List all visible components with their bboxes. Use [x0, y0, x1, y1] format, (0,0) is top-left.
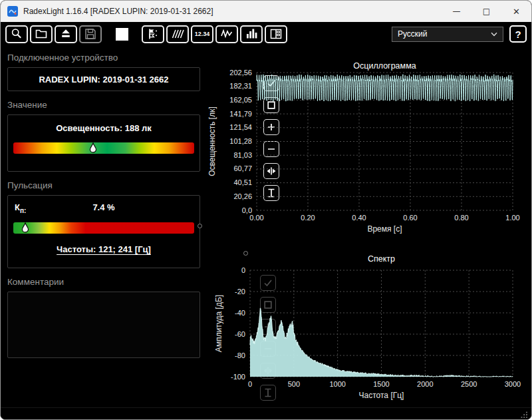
value-section-header: Значение — [7, 100, 200, 110]
svg-text:1000: 1000 — [329, 380, 345, 388]
save-file-button[interactable] — [79, 25, 102, 43]
eject-device-button[interactable] — [55, 25, 77, 43]
magnifier-icon — [10, 27, 23, 41]
svg-text:81,03: 81,03 — [233, 151, 252, 159]
spectrum-view-button[interactable] — [240, 25, 263, 43]
device-name: RADEX LUPIN: 2019-01-31 2662 — [39, 75, 168, 85]
device-name-box: RADEX LUPIN: 2019-01-31 2662 — [7, 67, 200, 91]
svg-text:0.40: 0.40 — [352, 214, 366, 222]
svg-text:121,54: 121,54 — [229, 123, 252, 131]
svg-text:Освещенность [лк]: Освещенность [лк] — [207, 106, 217, 176]
kp-label: Кп: — [15, 202, 26, 214]
svg-text:0.80: 0.80 — [454, 214, 468, 222]
svg-text:162,05: 162,05 — [229, 96, 252, 104]
maximize-button[interactable]: □ — [471, 1, 501, 22]
bar-chart-icon — [245, 27, 258, 41]
svg-text:3000: 3000 — [505, 380, 521, 388]
lux-scale-bar — [13, 142, 194, 154]
help-button[interactable]: ? — [509, 25, 527, 43]
scale-button[interactable] — [166, 25, 189, 43]
minimize-button[interactable]: — — [442, 1, 471, 22]
svg-text:0.20: 0.20 — [301, 214, 315, 222]
layout-view-button[interactable] — [265, 25, 287, 43]
language-select[interactable]: Русский — [392, 27, 503, 42]
comments-section-header: Комментарии — [7, 277, 200, 287]
numeric-view-button[interactable]: 12.34 — [191, 25, 213, 43]
svg-text:-40: -40 — [235, 309, 245, 317]
svg-text:Частота [Гц]: Частота [Гц] — [359, 391, 404, 400]
app-icon — [7, 6, 18, 17]
svg-text:Спектр: Спектр — [368, 254, 395, 264]
pulsation-section-header: Пульсация — [7, 180, 200, 190]
svg-text:0: 0 — [248, 380, 252, 388]
numeric-view-label: 12.34 — [195, 31, 210, 37]
svg-text:Время [с]: Время [с] — [367, 224, 402, 234]
oscillogram-chart[interactable]: 0.000.200.400.600.801.00202,56182,31162,… — [207, 46, 532, 239]
open-file-button[interactable] — [30, 25, 53, 43]
flags-icon — [146, 27, 160, 41]
svg-text:-60: -60 — [235, 330, 245, 338]
chart-splitter-handle[interactable] — [243, 251, 248, 256]
kp-marker-icon — [21, 222, 29, 233]
svg-text:182,31: 182,31 — [229, 82, 252, 90]
frequencies: Частоты: 121; 241 [Гц] — [8, 244, 200, 254]
titlebar: RadexLight 1.16.4 [RADEX LUPIN: 2019-01-… — [1, 1, 531, 22]
illuminance-reading: Освещенность: 188 лк — [8, 123, 200, 133]
app-window: RadexLight 1.16.4 [RADEX LUPIN: 2019-01-… — [0, 0, 532, 420]
oscillogram-view-button[interactable] — [215, 25, 238, 43]
svg-text:40,51: 40,51 — [233, 178, 252, 186]
window-title: RadexLight 1.16.4 [RADEX LUPIN: 2019-01-… — [23, 7, 213, 16]
svg-text:0.00: 0.00 — [249, 214, 263, 222]
svg-text:101,28: 101,28 — [229, 137, 252, 145]
left-panel: Подключенное устройство RADEX LUPIN: 201… — [1, 46, 207, 407]
svg-text:2500: 2500 — [461, 380, 477, 388]
eject-icon — [59, 27, 72, 41]
stop-measurement-button[interactable] — [110, 25, 133, 43]
folder-open-icon — [35, 27, 48, 41]
svg-text:0,0: 0,0 — [242, 206, 252, 214]
search-device-button[interactable] — [5, 25, 28, 43]
svg-text:Амплитуда [дБ]: Амплитуда [дБ] — [214, 295, 223, 352]
kp-value: 7.4 % — [8, 202, 200, 212]
svg-text:0.60: 0.60 — [403, 214, 417, 222]
stop-icon — [116, 28, 128, 41]
close-button[interactable]: ✕ — [501, 1, 531, 22]
svg-text:60,77: 60,77 — [233, 164, 252, 172]
floppy-icon — [84, 27, 97, 41]
charts-area: 0.000.200.400.600.801.00202,56182,31162,… — [207, 46, 532, 407]
svg-text:-80: -80 — [235, 351, 245, 359]
window-controls: — □ ✕ — [442, 1, 531, 22]
svg-text:Осциллограмма: Осциллограмма — [353, 61, 416, 71]
resize-grip-icon[interactable] — [521, 411, 528, 419]
toolbar: 12.34 Русский — [1, 22, 531, 46]
chevron-down-icon — [491, 32, 497, 37]
markers-button[interactable] — [142, 25, 164, 43]
spectrum-chart[interactable]: 0500100015002000250030000-20-40-60-80-10… — [207, 239, 532, 407]
panel-splitter-handle[interactable] — [198, 224, 202, 228]
client-area: Подключенное устройство RADEX LUPIN: 201… — [1, 46, 531, 407]
svg-text:500: 500 — [288, 380, 300, 388]
svg-text:-20: -20 — [235, 288, 245, 296]
svg-text:0: 0 — [241, 266, 245, 274]
kp-row: Кп: 7.4 % — [8, 202, 200, 213]
svg-text:141,79: 141,79 — [229, 110, 252, 118]
waveform-icon — [220, 27, 233, 41]
comments-input[interactable] — [7, 292, 200, 358]
diagonal-hatch-icon — [171, 27, 184, 41]
panels-icon — [269, 27, 283, 41]
svg-text:202,56: 202,56 — [229, 69, 252, 77]
kp-scale-bar — [13, 222, 194, 234]
svg-text:20,26: 20,26 — [233, 192, 252, 200]
svg-text:1500: 1500 — [373, 380, 389, 388]
svg-text:1.00: 1.00 — [505, 214, 519, 222]
pulsation-box: Кп: 7.4 % Частоты: 121; 241 [Гц] — [7, 195, 200, 268]
status-bar — [1, 407, 531, 420]
device-section-header: Подключенное устройство — [7, 53, 200, 63]
value-box: Освещенность: 188 лк — [7, 114, 200, 172]
lux-marker-icon — [89, 142, 97, 153]
svg-text:2000: 2000 — [417, 380, 433, 388]
language-value: Русский — [398, 29, 428, 39]
svg-text:-100: -100 — [231, 373, 245, 381]
